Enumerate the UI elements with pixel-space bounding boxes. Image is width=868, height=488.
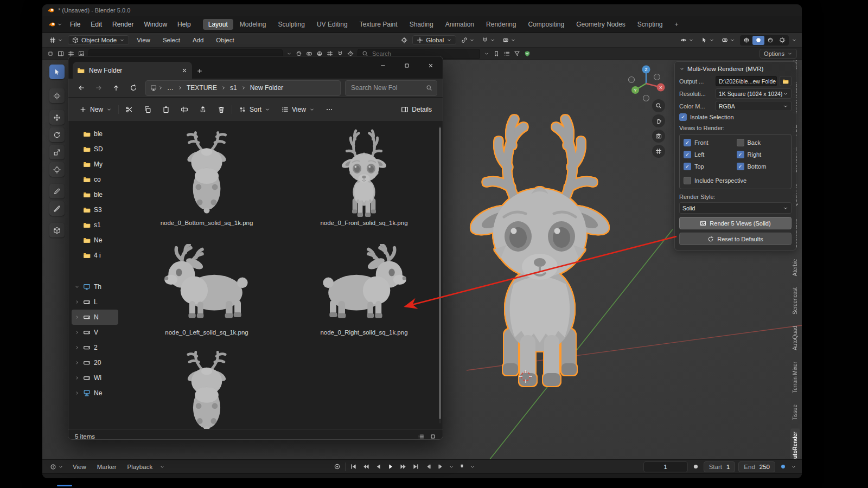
browse-folder-button[interactable] (780, 76, 792, 86)
file-item[interactable]: node_0_Bottom_solid_sq_1k.png (128, 125, 285, 235)
gizmos-dropdown[interactable] (699, 36, 717, 44)
workspace-tab-layout[interactable]: Layout (203, 19, 233, 30)
tool-select-box[interactable] (49, 65, 65, 79)
sidebar-tab-terrain-mixer[interactable]: Terrain Mixer (790, 358, 800, 396)
tool-rotate[interactable] (49, 127, 65, 142)
file-item[interactable]: node_0_Right_solid_sq_1k.png (285, 235, 443, 344)
file-item[interactable]: node_0_Left_solid_sq_1k.png (128, 235, 285, 344)
reset-defaults-button[interactable]: Reset to Defaults (679, 233, 792, 245)
view-back-checkbox[interactable]: ✓Back (737, 139, 788, 146)
view-right-checkbox[interactable]: ✓Right (737, 151, 788, 158)
transform-orientation-selector[interactable]: Global (412, 35, 456, 45)
filter-icon[interactable] (514, 50, 520, 57)
workspace-tab-compositing[interactable]: Compositing (522, 19, 570, 30)
workspace-tab-animation[interactable]: Animation (440, 19, 480, 30)
app-menu-button[interactable] (47, 20, 65, 29)
bookmark-icon[interactable] (493, 50, 500, 57)
output-path-field[interactable]: D:\2026\ble...ew Folder\ (716, 76, 777, 86)
view-front-checkbox[interactable]: ✓Front (684, 139, 735, 146)
file-item[interactable] (128, 344, 285, 429)
navigation-gizmo[interactable]: Z X Y (625, 62, 667, 105)
new-tab-button[interactable] (192, 63, 207, 79)
sidebar-tab-aterbic[interactable]: Aterbic (790, 256, 800, 279)
tool-add-cube[interactable] (49, 223, 65, 237)
menu-object[interactable]: Object (211, 35, 239, 45)
tool-measure[interactable] (49, 201, 65, 216)
sort-button[interactable]: Sort (234, 102, 275, 117)
view-bottom-checkbox[interactable]: ✓Bottom (737, 163, 788, 170)
menu-view[interactable]: View (132, 35, 155, 45)
details-view-icon[interactable] (418, 433, 424, 440)
shading-solid-button[interactable] (752, 36, 764, 45)
breadcrumb[interactable]: … TEXTURE s1 New Folder (145, 80, 341, 96)
auto-key-button[interactable] (333, 463, 342, 471)
scene-stats-button[interactable] (778, 463, 788, 471)
tree-drive-item-selected[interactable]: N (72, 310, 118, 325)
tree-this-pc[interactable]: Th (72, 279, 118, 294)
copy-button[interactable] (139, 101, 156, 118)
workspace-tab-geometry-nodes[interactable]: Geometry Nodes (571, 19, 631, 30)
editor-type-button[interactable] (48, 463, 66, 471)
timeline-menu-marker[interactable]: Marker (93, 463, 120, 471)
explorer-search-input[interactable] (350, 84, 423, 92)
tool-annotate[interactable] (49, 184, 65, 198)
breadcrumb-ellipsis[interactable]: … (164, 83, 176, 93)
view-button[interactable]: View (277, 102, 319, 117)
rename-button[interactable] (176, 101, 193, 118)
refresh-button[interactable] (126, 80, 141, 95)
menu-add[interactable]: Add (188, 35, 208, 45)
paste-button[interactable] (158, 101, 174, 118)
chevron-down-icon[interactable] (792, 37, 797, 43)
shading-wireframe-button[interactable] (741, 36, 752, 45)
add-workspace-button[interactable]: + (669, 19, 684, 30)
tool-move[interactable] (49, 110, 65, 125)
menu-window[interactable]: Window (139, 19, 172, 30)
workspace-tab-uv-editing[interactable]: UV Editing (311, 19, 353, 30)
explorer-tab[interactable]: New Folder (73, 62, 192, 79)
use-preview-range-button[interactable] (691, 463, 700, 471)
tree-drive-item[interactable]: 20 (72, 355, 118, 370)
quick-access-item[interactable]: co (72, 172, 118, 187)
chevron-down-icon[interactable] (470, 464, 475, 470)
quick-access-item[interactable]: SD (72, 142, 118, 157)
workspace-tab-texture-paint[interactable]: Texture Paint (354, 19, 403, 30)
tree-drive-item[interactable]: 2 (72, 340, 118, 355)
transform-pivot-button[interactable] (399, 36, 410, 44)
quick-access-item[interactable]: ble (72, 187, 118, 202)
new-button[interactable]: New (75, 102, 116, 117)
chevron-down-icon[interactable] (791, 464, 796, 470)
collapse-icon[interactable] (679, 66, 685, 72)
isolate-selection-checkbox[interactable]: ✓ Isolate Selection (679, 113, 792, 121)
thumbnail-view-icon[interactable] (430, 433, 436, 440)
shield-check-icon[interactable] (524, 50, 531, 57)
workspace-tab-sculpting[interactable]: Sculpting (273, 19, 310, 30)
tool-transform[interactable] (49, 162, 65, 177)
cut-button[interactable] (121, 101, 137, 118)
render-style-dropdown[interactable]: Solid (679, 202, 792, 214)
gizmo-z-negative[interactable] (643, 95, 649, 101)
next-keyframe-button[interactable] (399, 463, 408, 471)
view-top-checkbox[interactable]: ✓Top (684, 163, 735, 170)
tool-scale[interactable] (49, 145, 65, 159)
explorer-search-field[interactable] (345, 80, 437, 96)
up-button[interactable] (108, 80, 124, 95)
breadcrumb-s1[interactable]: s1 (227, 83, 240, 93)
include-perspective-checkbox[interactable]: ✓ Include Perspective (684, 177, 787, 184)
view-left-checkbox[interactable]: ✓Left (684, 151, 735, 158)
quick-access-item[interactable]: My (72, 157, 118, 172)
snap-target-button[interactable] (459, 36, 477, 44)
play-reverse-button[interactable] (374, 463, 383, 471)
scrollbar-thumb[interactable] (439, 127, 441, 419)
jump-to-start-button[interactable] (349, 463, 358, 471)
quick-access-item[interactable]: s1 (72, 217, 118, 233)
gizmo-y-negative[interactable] (654, 74, 660, 80)
mode-selector[interactable]: Object Mode (68, 35, 129, 45)
file-item[interactable]: node_0_Front_solid_sq_1k.png (285, 125, 443, 235)
gizmo-x-negative[interactable] (629, 77, 635, 83)
display-settings-icon[interactable] (503, 50, 510, 57)
tool-cursor[interactable] (49, 88, 65, 103)
quick-access-item[interactable]: 4 i (72, 248, 118, 263)
menu-render[interactable]: Render (107, 19, 138, 30)
frame-back-button[interactable] (424, 463, 433, 471)
color-mode-dropdown[interactable]: RGBA (716, 101, 792, 111)
